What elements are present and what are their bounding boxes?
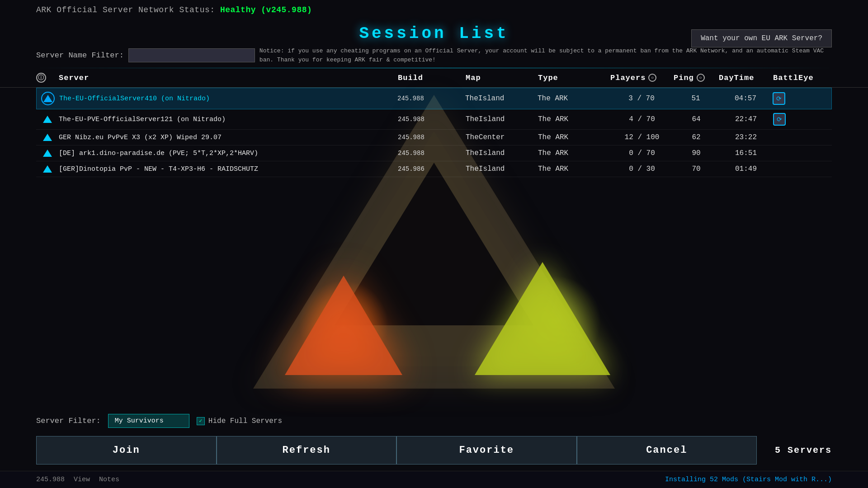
server-name: [DE] ark1.dino-paradise.de (PVE; 5*T,2*X… [59, 150, 398, 157]
favorite-button[interactable]: Favorite [396, 436, 577, 465]
map-value: TheIsland [465, 94, 538, 103]
type-value: The ARK [538, 115, 610, 123]
ping-value: 62 [674, 133, 719, 141]
notes-link[interactable]: Notes [99, 476, 119, 483]
map-value: TheIsland [466, 115, 538, 123]
status-value: Healthy (v245.988) [220, 5, 312, 14]
own-server-button[interactable]: Want your own EU ARK Server? [691, 29, 832, 47]
battleye-value: ⟳ [773, 113, 832, 126]
bottom-area: Server Filter: My SurvivorsAllFavorites … [0, 409, 868, 488]
triangle-icon [43, 134, 52, 141]
battleye-icon: ⟳ [773, 113, 786, 126]
action-buttons-bar: Join Refresh Favorite Cancel 5 Servers [0, 432, 868, 471]
daytime-value: 22:47 [719, 115, 773, 123]
players-sort-icon[interactable]: ○ [648, 74, 656, 82]
daytime-value: 04:57 [718, 94, 773, 103]
status-label: ARK Official Server Network Status: [36, 5, 215, 14]
triangle-icon [43, 116, 52, 123]
server-filter-dropdown[interactable]: My SurvivorsAllFavorites [108, 414, 189, 428]
row-icon [37, 92, 59, 105]
daytime-value: 16:51 [719, 149, 773, 157]
triangle-icon [43, 95, 52, 102]
build-value: 245.988 [398, 150, 466, 157]
info-icon[interactable]: ⓘ [36, 73, 46, 83]
ping-value: 70 [674, 165, 719, 173]
build-value: 245.988 [398, 116, 466, 123]
ping-value: 51 [673, 94, 718, 103]
table-row[interactable]: GER Nibz.eu PvPvE X3 (x2 XP) Wiped 29.07… [36, 130, 832, 145]
col-ping: Ping ○ [674, 73, 719, 83]
build-value: 245.988 [397, 95, 465, 102]
build-value: 245.986 [398, 165, 466, 173]
table-row[interactable]: [DE] ark1.dino-paradise.de (PVE; 5*T,2*X… [36, 145, 832, 161]
build-value: 245.988 [398, 134, 466, 141]
row-icon [36, 165, 59, 173]
ping-value: 90 [674, 149, 719, 157]
type-value: The ARK [538, 165, 610, 173]
triangle-icon [43, 150, 52, 157]
bottom-filter-row: Server Filter: My SurvivorsAllFavorites … [0, 409, 868, 432]
servers-count: 5 Servers [757, 445, 832, 455]
table-header: ⓘ Server Build Map Type Players ○ Ping ○… [0, 68, 868, 88]
map-value: TheIsland [466, 165, 538, 173]
version-text: 245.988 [36, 476, 65, 483]
col-build: Build [398, 73, 466, 83]
triangle-icon [43, 165, 52, 173]
table-row[interactable]: The-EU-PVE-OfficialServer121 (on Nitrado… [36, 109, 832, 130]
checkbox-box[interactable]: ✓ [197, 417, 205, 425]
view-link[interactable]: View [74, 476, 90, 483]
filter-label: Server Name Filter: [36, 51, 124, 60]
daytime-value: 23:22 [719, 133, 773, 141]
notice-text: Notice: if you use any cheating programs… [259, 47, 832, 64]
refresh-button[interactable]: Refresh [217, 436, 397, 465]
table-row[interactable]: [GER]Dinotopia PvP - NEW - T4-XP3-H6 - R… [36, 161, 832, 177]
server-name-filter-input[interactable] [128, 48, 255, 62]
players-value: 4 / 70 [610, 115, 674, 123]
row-icon [36, 134, 59, 141]
cancel-button[interactable]: Cancel [577, 436, 757, 465]
row-icon [36, 116, 59, 123]
players-value: 0 / 70 [610, 149, 674, 157]
battleye-value: ⟳ [773, 92, 831, 105]
main-content: ARK Official Server Network Status: Heal… [0, 0, 868, 488]
status-bar: ARK Official Server Network Status: Heal… [0, 0, 868, 20]
col-info: ⓘ [36, 73, 59, 83]
hide-full-label: Hide Full Servers [208, 417, 282, 425]
type-value: The ARK [538, 133, 610, 141]
col-server: Server [59, 73, 398, 83]
col-type: Type [538, 73, 610, 83]
server-name: [GER]Dinotopia PvP - NEW - T4-XP3-H6 - R… [59, 165, 398, 173]
map-value: TheIsland [466, 149, 538, 157]
bottom-filter-label: Server Filter: [36, 417, 101, 425]
battleye-icon: ⟳ [773, 92, 785, 105]
col-players: Players ○ [610, 73, 674, 83]
join-button[interactable]: Join [36, 436, 217, 465]
server-name: The-EU-OfficialServer410 (on Nitrado) [59, 95, 397, 103]
map-value: TheCenter [466, 133, 538, 141]
players-value: 0 / 30 [610, 165, 674, 173]
table-row[interactable]: The-EU-OfficialServer410 (on Nitrado)245… [36, 88, 832, 109]
hide-full-servers-checkbox[interactable]: ✓ Hide Full Servers [197, 417, 282, 425]
col-daytime: DayTime [719, 73, 773, 83]
server-name: GER Nibz.eu PvPvE X3 (x2 XP) Wiped 29.07 [59, 134, 398, 141]
ping-value: 64 [674, 115, 719, 123]
server-name: The-EU-PVE-OfficialServer121 (on Nitrado… [59, 116, 398, 123]
bottom-status-bar: 245.988 View Notes Installing 52 Mods (S… [0, 471, 868, 488]
type-value: The ARK [538, 94, 610, 103]
col-map: Map [466, 73, 538, 83]
players-value: 12 / 100 [610, 133, 674, 141]
server-list: The-EU-OfficialServer410 (on Nitrado)245… [0, 88, 868, 177]
type-value: The ARK [538, 149, 610, 157]
daytime-value: 01:49 [719, 165, 773, 173]
row-icon [36, 150, 59, 157]
players-value: 3 / 70 [610, 94, 673, 103]
col-battleye: BattlEye [773, 73, 832, 83]
ping-sort-icon[interactable]: ○ [697, 74, 705, 82]
selected-row-icon [41, 92, 55, 105]
installing-text: Installing 52 Mods (Stairs Mod with R...… [665, 476, 832, 483]
